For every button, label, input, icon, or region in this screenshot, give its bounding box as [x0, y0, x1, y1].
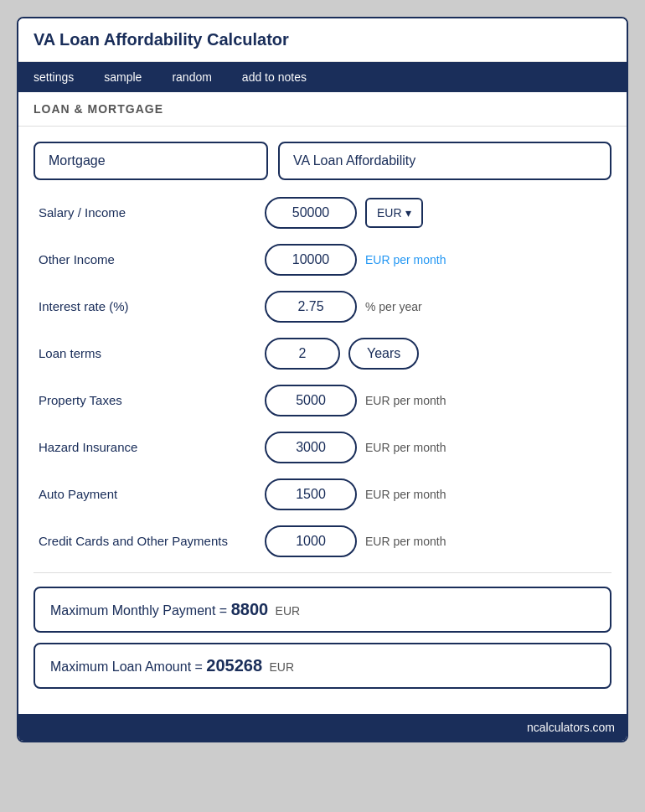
hazard-insurance-label: Hazard Insurance	[39, 439, 265, 456]
max-loan-amount-value: 205268	[206, 656, 262, 675]
interest-rate-unit: % per year	[365, 300, 422, 313]
credit-cards-input[interactable]	[265, 525, 357, 557]
auto-payment-label: Auto Payment	[39, 486, 265, 503]
loan-type-selector[interactable]: VA Loan Affordability	[278, 142, 611, 180]
section-header: LOAN & MORTGAGE	[18, 92, 627, 127]
calculator-body: Mortgage VA Loan Affordability Salary / …	[18, 127, 627, 714]
nav-add-to-notes[interactable]: add to notes	[227, 62, 322, 92]
auto-payment-input-group: EUR per month	[265, 478, 606, 510]
currency-label: EUR	[377, 206, 402, 220]
hazard-insurance-input[interactable]	[265, 432, 357, 463]
page-title: VA Loan Affordability Calculator	[34, 30, 289, 49]
max-loan-amount-label: Maximum Loan Amount =	[50, 659, 203, 674]
max-monthly-payment-result: Maximum Monthly Payment = 8800 EUR	[34, 587, 611, 633]
dropdown-arrow-icon: ▾	[405, 206, 411, 220]
interest-rate-input[interactable]	[265, 291, 357, 323]
property-taxes-unit: EUR per month	[365, 394, 446, 407]
auto-payment-row: Auto Payment EUR per month	[34, 478, 611, 510]
loan-terms-label: Loan terms	[39, 345, 265, 362]
property-taxes-label: Property Taxes	[39, 392, 265, 409]
interest-rate-row: Interest rate (%) % per year	[34, 291, 611, 323]
other-income-input[interactable]	[265, 244, 357, 276]
hazard-insurance-unit: EUR per month	[365, 441, 446, 454]
selector-row: Mortgage VA Loan Affordability	[34, 142, 611, 180]
salary-income-input[interactable]	[265, 197, 357, 229]
nav-random[interactable]: random	[157, 62, 226, 92]
max-loan-amount-currency: EUR	[270, 660, 295, 674]
auto-payment-unit: EUR per month	[365, 488, 446, 501]
interest-rate-label: Interest rate (%)	[39, 298, 265, 315]
credit-cards-label: Credit Cards and Other Payments	[39, 533, 265, 550]
mortgage-selector[interactable]: Mortgage	[34, 142, 268, 180]
title-bar: VA Loan Affordability Calculator	[18, 18, 627, 62]
loan-terms-input-group: Years	[265, 338, 606, 370]
property-taxes-input-group: EUR per month	[265, 385, 606, 416]
max-monthly-payment-label: Maximum Monthly Payment =	[50, 603, 227, 618]
interest-rate-input-group: % per year	[265, 291, 606, 323]
footer-brand: ncalculators.com	[18, 714, 627, 741]
nav-settings[interactable]: settings	[18, 62, 89, 92]
years-box: Years	[348, 338, 419, 370]
loan-terms-input[interactable]	[265, 338, 340, 370]
max-monthly-payment-value: 8800	[231, 600, 269, 618]
nav-bar: settings sample random add to notes	[18, 62, 627, 92]
other-income-row: Other Income EUR per month	[34, 244, 611, 276]
other-income-input-group: EUR per month	[265, 244, 606, 276]
salary-income-label: Salary / Income	[39, 204, 265, 221]
divider	[34, 572, 611, 573]
credit-cards-row: Credit Cards and Other Payments EUR per …	[34, 525, 611, 557]
hazard-insurance-input-group: EUR per month	[265, 432, 606, 463]
auto-payment-input[interactable]	[265, 478, 357, 510]
currency-dropdown[interactable]: EUR ▾	[365, 198, 423, 228]
salary-income-input-group: EUR ▾	[265, 197, 606, 229]
credit-cards-unit: EUR per month	[365, 535, 446, 548]
property-taxes-row: Property Taxes EUR per month	[34, 385, 611, 416]
loan-terms-row: Loan terms Years	[34, 338, 611, 370]
other-income-unit: EUR per month	[365, 253, 446, 266]
brand-name: ncalculators.com	[527, 721, 615, 734]
nav-sample[interactable]: sample	[89, 62, 157, 92]
other-income-label: Other Income	[39, 251, 265, 268]
property-taxes-input[interactable]	[265, 385, 357, 416]
credit-cards-input-group: EUR per month	[265, 525, 606, 557]
hazard-insurance-row: Hazard Insurance EUR per month	[34, 432, 611, 463]
max-loan-amount-result: Maximum Loan Amount = 205268 EUR	[34, 643, 611, 689]
salary-income-row: Salary / Income EUR ▾	[34, 197, 611, 229]
calculator-container: VA Loan Affordability Calculator setting…	[17, 17, 628, 742]
max-monthly-payment-currency: EUR	[276, 604, 301, 618]
